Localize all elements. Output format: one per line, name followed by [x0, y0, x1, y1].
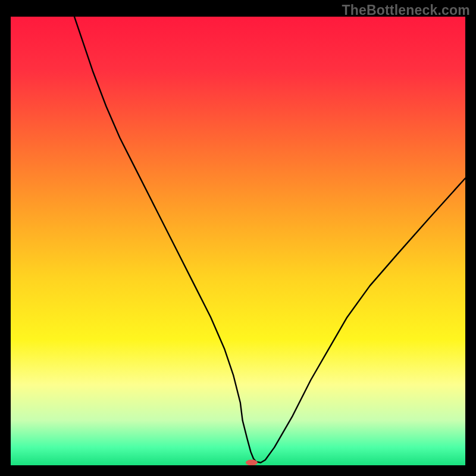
watermark-text: TheBottleneck.com — [342, 2, 470, 18]
chart-frame: TheBottleneck.com — [0, 0, 476, 476]
plot-area — [11, 17, 465, 465]
gradient-background — [11, 17, 465, 465]
chart-svg — [11, 17, 465, 465]
